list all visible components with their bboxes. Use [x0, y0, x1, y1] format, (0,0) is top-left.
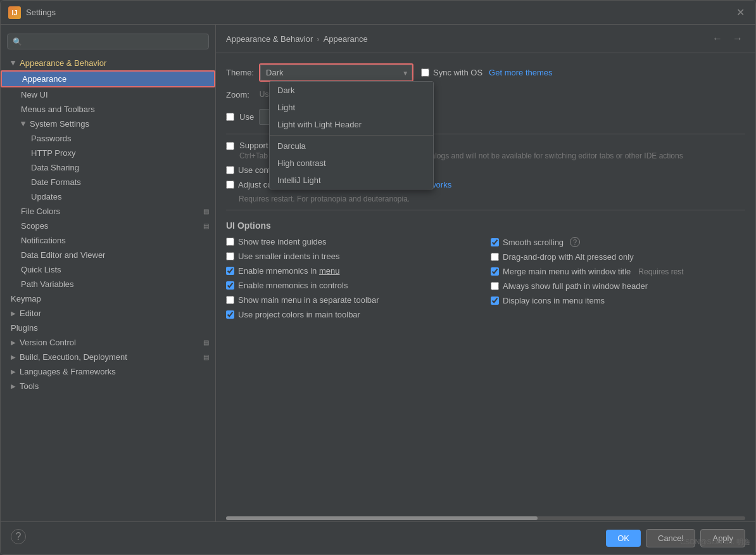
theme-option-darcula[interactable]: Darcula: [270, 137, 433, 155]
always-show-path-checkbox[interactable]: [491, 282, 499, 290]
theme-option-light[interactable]: Light: [270, 99, 433, 116]
get-themes-link[interactable]: Get more themes: [489, 68, 552, 77]
sidebar-item-label: Build, Execution, Deployment: [20, 352, 127, 362]
sidebar-item-label: Passwords: [31, 134, 72, 143]
build-icon: ▤: [203, 354, 209, 360]
theme-option-dark[interactable]: Dark: [270, 82, 433, 99]
sidebar-item-tools[interactable]: ▶ Tools: [1, 379, 215, 393]
arrow-icon: ▶: [11, 368, 16, 375]
merge-main-menu-checkbox[interactable]: [491, 267, 499, 276]
show-main-menu-toolbar-row: Show main menu in a separate toolbar: [226, 295, 481, 305]
ui-options-section: UI Options Show tree indent guides Use s…: [226, 220, 745, 324]
use-project-colors-checkbox[interactable]: [226, 310, 234, 319]
right-panel: Appearance & Behavior › Appearance ← → T…: [216, 25, 755, 521]
smooth-scrolling-help-icon[interactable]: ?: [570, 237, 580, 247]
sidebar-item-notifications[interactable]: Notifications: [1, 233, 215, 248]
help-button[interactable]: ?: [11, 529, 26, 544]
sidebar-item-label: Plugins: [11, 323, 38, 333]
sidebar-item-build-exec-deploy[interactable]: ▶ Build, Execution, Deployment ▤: [1, 350, 215, 364]
search-input[interactable]: [26, 37, 203, 46]
sidebar-item-date-formats[interactable]: Date Formats: [1, 175, 215, 189]
drag-drop-alt-checkbox[interactable]: [491, 253, 499, 261]
sidebar-item-passwords[interactable]: Passwords: [1, 131, 215, 146]
sidebar-item-keymap[interactable]: Keymap: [1, 291, 215, 306]
scrollbar-thumb[interactable]: [226, 516, 538, 520]
sidebar-item-path-variables[interactable]: Path Variables: [1, 277, 215, 291]
merge-main-menu-row: Merge main menu with window title Requir…: [491, 267, 745, 276]
arrow-icon: ▶: [11, 354, 16, 360]
sidebar-item-menus-toolbars[interactable]: Menus and Toolbars: [1, 102, 215, 117]
arrow-icon: ▶: [11, 383, 16, 390]
breadcrumb-parent: Appearance & Behavior: [226, 34, 313, 44]
theme-label: Theme:: [226, 68, 254, 77]
sidebar-item-new-ui[interactable]: New UI: [1, 87, 215, 102]
sidebar-item-label: Editor: [20, 309, 41, 318]
sidebar-item-appearance-behavior[interactable]: ▶ Appearance & Behavior: [1, 56, 215, 70]
breadcrumb-current: Appearance: [324, 34, 368, 44]
smaller-indents-checkbox[interactable]: [226, 252, 234, 260]
sidebar-item-http-proxy[interactable]: HTTP Proxy: [1, 146, 215, 160]
sidebar-item-label: Data Sharing: [31, 163, 79, 172]
zoom-label: Zoom:: [226, 90, 249, 99]
use-project-colors-row: Use project colors in main toolbar: [226, 310, 481, 319]
enable-mnemonics-controls-row: Enable mnemonics in controls: [226, 281, 481, 290]
ui-options-grid: Show tree indent guides Use smaller inde…: [226, 237, 745, 324]
divider2: [226, 210, 745, 210]
back-button[interactable]: ←: [710, 31, 725, 46]
ui-options-title: UI Options: [226, 220, 745, 231]
sidebar-item-editor[interactable]: ▶ Editor: [1, 306, 215, 321]
sidebar-item-languages-frameworks[interactable]: ▶ Languages & Frameworks: [1, 364, 215, 379]
sidebar-item-label: Scopes: [21, 221, 48, 231]
use-font-label: Use: [239, 112, 254, 122]
theme-dropdown-menu: Dark Light Light with Light Header Darcu…: [269, 81, 434, 189]
show-main-menu-toolbar-checkbox[interactable]: [226, 296, 234, 304]
breadcrumb: Appearance & Behavior › Appearance ← →: [216, 25, 755, 53]
sidebar-item-scopes[interactable]: Scopes ▤: [1, 219, 215, 233]
scrollbar: [226, 516, 745, 520]
sidebar: 🔍 ▶ Appearance & Behavior Appearance New…: [1, 25, 216, 521]
sidebar-item-system-settings[interactable]: ▶ System Settings: [1, 117, 215, 131]
theme-dropdown-wrapper: Dark Light Light with Light Header Darcu…: [259, 63, 413, 82]
sidebar-item-quick-lists[interactable]: Quick Lists: [1, 262, 215, 277]
sidebar-item-label: Appearance: [22, 74, 66, 84]
sidebar-item-updates[interactable]: Updates: [1, 189, 215, 204]
ok-button[interactable]: OK: [606, 530, 641, 547]
file-colors-icon: ▤: [203, 208, 209, 215]
scopes-icon: ▤: [203, 222, 209, 229]
arrow-icon: ▶: [11, 310, 16, 317]
sidebar-item-label: HTTP Proxy: [31, 148, 76, 158]
sidebar-item-version-control[interactable]: ▶ Version Control ▤: [1, 335, 215, 350]
sidebar-item-appearance[interactable]: Appearance: [1, 70, 215, 87]
screen-readers-checkbox[interactable]: [226, 142, 234, 150]
dropdown-divider: [270, 135, 433, 136]
enable-mnemonics-controls-checkbox[interactable]: [226, 281, 234, 290]
use-font-checkbox[interactable]: [226, 113, 234, 121]
color-deficiency-checkbox[interactable]: [226, 181, 234, 189]
forward-button[interactable]: →: [730, 31, 745, 46]
settings-dialog: IJ Settings ✕ 🔍 ▶ Appearance & Behavior …: [0, 0, 756, 555]
sidebar-item-data-sharing[interactable]: Data Sharing: [1, 160, 215, 175]
arrow-icon: ▶: [11, 339, 16, 346]
display-icons-menu-checkbox[interactable]: [491, 297, 499, 305]
sidebar-item-data-editor-viewer[interactable]: Data Editor and Viewer: [1, 248, 215, 262]
vc-icon: ▤: [203, 339, 209, 346]
sidebar-item-plugins[interactable]: Plugins: [1, 321, 215, 335]
theme-option-intellij-light[interactable]: IntelliJ Light: [270, 172, 433, 189]
display-icons-menu-row: Display icons in menu items: [491, 296, 745, 305]
sidebar-item-label: Keymap: [11, 294, 41, 303]
theme-select[interactable]: Dark Light Light with Light Header Darcu…: [260, 65, 412, 80]
contrast-scrollbars-checkbox[interactable]: [226, 166, 234, 174]
sidebar-item-label: Quick Lists: [21, 265, 61, 274]
theme-row: Theme: Dark Light Light with Light Heade…: [226, 63, 745, 82]
theme-option-high-contrast[interactable]: High contrast: [270, 155, 433, 172]
title-bar: IJ Settings ✕: [1, 1, 755, 25]
sidebar-item-label: New UI: [21, 90, 48, 99]
sidebar-item-label: Updates: [31, 192, 61, 201]
sidebar-item-file-colors[interactable]: File Colors ▤: [1, 204, 215, 219]
show-tree-indent-checkbox[interactable]: [226, 238, 234, 246]
close-button[interactable]: ✕: [733, 5, 748, 20]
theme-option-light-header[interactable]: Light with Light Header: [270, 116, 433, 133]
enable-mnemonics-menu-checkbox[interactable]: [226, 267, 234, 275]
smooth-scrolling-checkbox[interactable]: [491, 238, 499, 246]
sync-os-checkbox[interactable]: [421, 68, 429, 77]
